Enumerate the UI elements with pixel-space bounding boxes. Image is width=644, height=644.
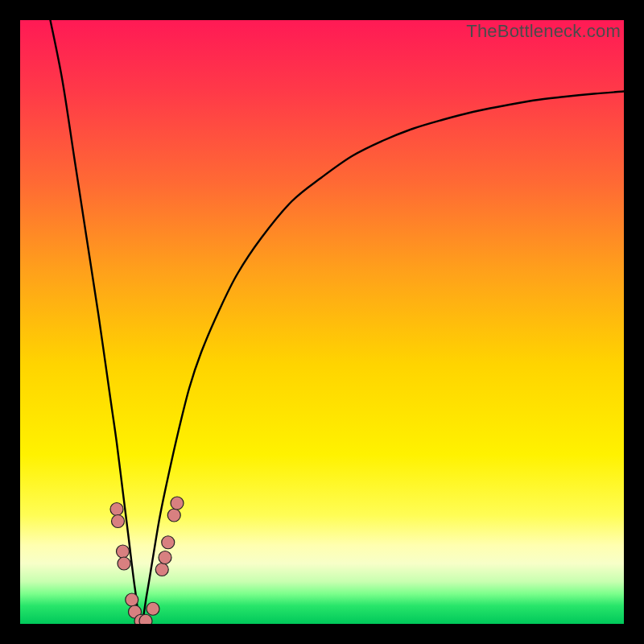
data-marker <box>118 557 130 570</box>
marker-group <box>110 497 184 624</box>
data-marker <box>171 497 184 510</box>
plot-area: TheBottleneck.com <box>20 20 624 624</box>
data-marker <box>110 503 123 516</box>
data-marker <box>112 515 125 528</box>
data-marker <box>147 602 159 615</box>
data-marker <box>155 564 168 576</box>
data-marker <box>167 509 180 522</box>
data-marker <box>162 536 175 549</box>
bottleneck-curve <box>51 20 625 624</box>
data-marker <box>159 551 171 564</box>
chart-frame: TheBottleneck.com <box>0 0 644 644</box>
data-marker <box>117 545 130 558</box>
data-marker <box>126 593 138 606</box>
data-marker <box>139 614 152 624</box>
curve-layer <box>20 20 624 624</box>
